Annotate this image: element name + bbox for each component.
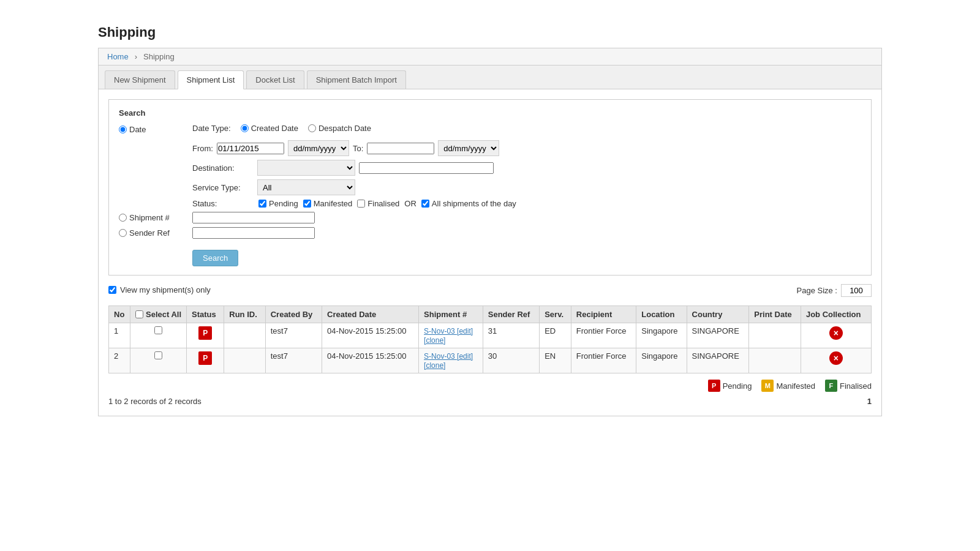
date-radio-label[interactable]: Date (119, 125, 192, 134)
view-my-shipments-label[interactable]: View my shipment(s) only (108, 285, 211, 294)
from-label: From: (192, 144, 213, 153)
search-title: Search (119, 108, 861, 118)
legend-manifested-icon: M (761, 380, 774, 392)
service-type-select[interactable]: All (257, 179, 355, 195)
destination-text-input[interactable] (359, 162, 494, 174)
cell-no: 1 (109, 323, 130, 348)
col-recipient: Recipient (571, 306, 636, 323)
col-location: Location (636, 306, 687, 323)
tab-batch-import[interactable]: Shipment Batch Import (307, 70, 406, 89)
page-size-input[interactable] (841, 284, 872, 297)
cell-country: SINGAPORE (687, 323, 749, 348)
status-pending-checkbox[interactable] (258, 200, 266, 208)
view-my-shipments-checkbox[interactable] (108, 286, 116, 294)
cell-created-by: test7 (265, 348, 322, 373)
col-serv: Serv. (540, 306, 571, 323)
created-date-radio-label[interactable]: Created Date (241, 124, 298, 133)
col-run-id: Run ID. (224, 306, 265, 323)
col-status: Status (187, 306, 224, 323)
status-manifested-checkbox[interactable] (303, 200, 311, 208)
status-finalised-checkbox[interactable] (357, 200, 365, 208)
status-all-label[interactable]: All shipments of the day (421, 199, 516, 208)
legend-manifested: M Manifested (761, 380, 815, 392)
page-size-row: Page Size : (797, 284, 872, 297)
to-date-input[interactable] (367, 143, 434, 154)
pagination-summary: 1 to 2 records of 2 records (108, 397, 202, 406)
date-radio[interactable] (119, 126, 127, 133)
to-date-format-select[interactable]: dd/mm/yyyy (438, 140, 499, 156)
destination-label: Destination: (192, 163, 254, 173)
tab-content: Search Date Date Type: (99, 89, 881, 416)
main-panel: New Shipment Shipment List Docket List S… (98, 65, 882, 416)
cell-status: P (187, 323, 224, 348)
table-row: 1 P test7 04-Nov-2015 15:25:00 S-Nov-03 … (109, 323, 872, 348)
shipment-clone-0[interactable]: [clone] (424, 336, 445, 345)
shipments-table: No Select All Status Run ID. Created By … (108, 305, 872, 373)
cell-created-by: test7 (265, 323, 322, 348)
col-no: No (109, 306, 130, 323)
job-collection-btn-1[interactable]: × (829, 351, 843, 365)
cell-run-id (224, 348, 265, 373)
col-created-date: Created Date (322, 306, 419, 323)
col-job-collection: Job Collection (801, 306, 871, 323)
shipment-num-input[interactable] (192, 212, 315, 223)
legend-finalised-icon: F (825, 380, 837, 392)
destination-select[interactable] (257, 160, 355, 176)
cell-job-collection: × (801, 348, 871, 373)
page-size-label: Page Size : (797, 286, 838, 295)
cell-run-id (224, 323, 265, 348)
status-badge-1: P (198, 351, 212, 365)
breadcrumb-home[interactable]: Home (107, 52, 129, 61)
cell-sender-ref: 31 (483, 323, 539, 348)
cell-select (130, 323, 187, 348)
tab-new-shipment[interactable]: New Shipment (105, 70, 175, 89)
tab-docket-list[interactable]: Docket List (246, 70, 304, 89)
despatch-date-radio-label[interactable]: Despatch Date (308, 124, 371, 133)
sender-ref-radio[interactable] (119, 229, 127, 237)
status-pending-label[interactable]: Pending (258, 199, 298, 208)
sender-ref-radio-label[interactable]: Sender Ref (119, 228, 192, 238)
select-all-checkbox[interactable] (135, 310, 143, 318)
col-select: Select All (130, 306, 187, 323)
shipment-clone-1[interactable]: [clone] (424, 361, 445, 370)
tab-shipment-list[interactable]: Shipment List (178, 70, 244, 89)
cell-sender-ref: 30 (483, 348, 539, 373)
shipment-link-0[interactable]: S-Nov-03 [edit] (424, 327, 473, 335)
from-date-format-select[interactable]: dd/mm/yyyy (288, 140, 349, 156)
row-checkbox-0[interactable] (154, 326, 162, 334)
current-page: 1 (867, 397, 872, 406)
shipment-link-1[interactable]: S-Nov-03 [edit] (424, 352, 473, 361)
sender-ref-input[interactable] (192, 227, 315, 239)
status-label: Status: (192, 199, 254, 208)
status-all-checkbox[interactable] (421, 200, 429, 208)
created-date-radio[interactable] (241, 124, 249, 132)
page-title: Shipping (98, 24, 882, 40)
despatch-date-radio[interactable] (308, 124, 316, 132)
cell-location: Singapore (636, 323, 687, 348)
cell-recipient: Frontier Force (571, 348, 636, 373)
status-or-label: OR (404, 199, 417, 208)
breadcrumb-shipping: Shipping (143, 52, 175, 61)
tab-bar: New Shipment Shipment List Docket List S… (99, 66, 881, 89)
cell-location: Singapore (636, 348, 687, 373)
cell-shipment-num: S-Nov-03 [edit] [clone] (419, 323, 483, 348)
pagination-row: 1 to 2 records of 2 records 1 (108, 397, 872, 406)
search-button[interactable]: Search (192, 250, 238, 266)
cell-recipient: Frontier Force (571, 323, 636, 348)
from-date-input[interactable] (217, 143, 284, 154)
col-sender-ref: Sender Ref (483, 306, 539, 323)
shipment-num-radio-label[interactable]: Shipment # (119, 213, 192, 222)
status-finalised-label[interactable]: Finalised (357, 199, 399, 208)
legend-pending-icon: P (708, 380, 720, 392)
table-row: 2 P test7 04-Nov-2015 15:25:00 S-Nov-03 … (109, 348, 872, 373)
cell-serv: EN (540, 348, 571, 373)
status-manifested-label[interactable]: Manifested (303, 199, 353, 208)
legend-finalised: F Finalised (825, 380, 872, 392)
cell-job-collection: × (801, 323, 871, 348)
cell-select (130, 348, 187, 373)
row-checkbox-1[interactable] (154, 351, 162, 359)
job-collection-btn-0[interactable]: × (829, 326, 843, 340)
shipment-num-radio[interactable] (119, 214, 127, 222)
date-type-label: Date Type: (192, 124, 231, 133)
cell-shipment-num: S-Nov-03 [edit] [clone] (419, 348, 483, 373)
